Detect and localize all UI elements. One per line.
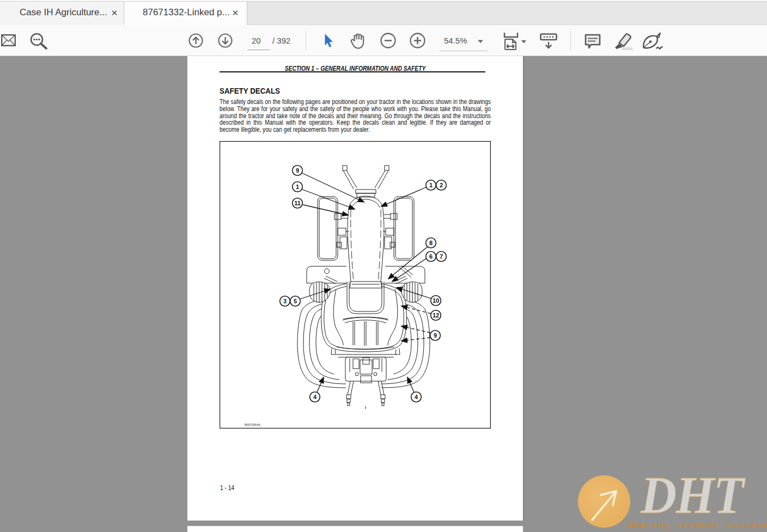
svg-text:8: 8 xyxy=(429,240,433,246)
svg-text:2: 2 xyxy=(440,182,443,188)
svg-text:12: 12 xyxy=(433,312,439,319)
svg-text:1: 1 xyxy=(296,184,299,190)
svg-text:7: 7 xyxy=(440,253,443,260)
svg-text:1: 1 xyxy=(429,182,433,188)
svg-text:9: 9 xyxy=(434,332,437,339)
svg-text:10: 10 xyxy=(433,297,439,304)
svg-text:11: 11 xyxy=(294,200,301,206)
svg-text:9: 9 xyxy=(296,167,299,174)
svg-text:4: 4 xyxy=(313,394,317,400)
svg-text:4: 4 xyxy=(415,394,418,400)
svg-text:3: 3 xyxy=(283,298,287,304)
svg-text:6: 6 xyxy=(429,253,433,260)
svg-text:5: 5 xyxy=(294,298,297,304)
svg-text:BSF3054A: BSF3054A xyxy=(245,423,260,426)
